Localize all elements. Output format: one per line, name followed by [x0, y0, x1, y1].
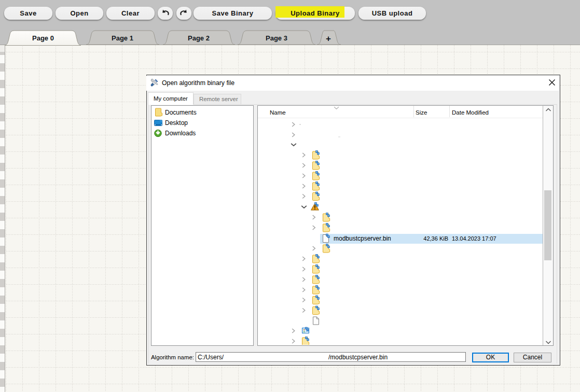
svg-text:Page 1: Page 1 — [112, 34, 133, 42]
svg-text:Page 0: Page 0 — [32, 34, 54, 42]
svg-text:+: + — [326, 34, 331, 44]
svg-text:Page 2: Page 2 — [188, 34, 210, 42]
svg-text:Page 3: Page 3 — [266, 34, 287, 42]
